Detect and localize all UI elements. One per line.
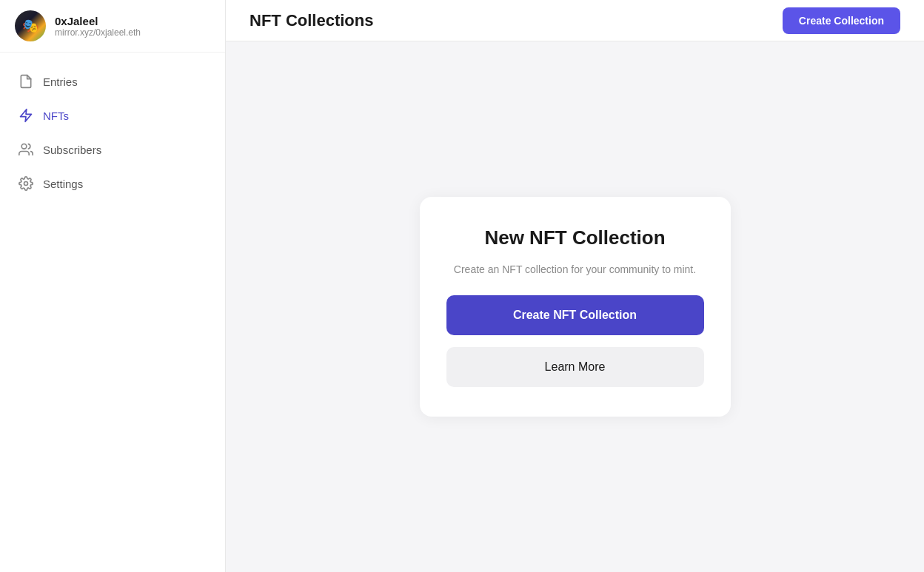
sidebar-nav: Entries NFTs Subscribers [0, 53, 225, 212]
sidebar-item-nfts-label: NFTs [43, 110, 69, 122]
sidebar-item-nfts[interactable]: NFTs [0, 98, 225, 132]
create-nft-collection-button[interactable]: Create NFT Collection [446, 295, 704, 335]
nft-icon [18, 107, 34, 124]
sidebar-item-entries[interactable]: Entries [0, 64, 225, 98]
main-content: NFT Collections Create Collection 律动 BLO… [226, 0, 924, 572]
profile-name: 0xJaleel [55, 15, 141, 27]
page-title: NFT Collections [250, 11, 373, 30]
sidebar-item-settings[interactable]: Settings [0, 166, 225, 201]
gear-icon [18, 175, 34, 192]
sidebar-item-subscribers[interactable]: Subscribers [0, 132, 225, 166]
profile-info: 0xJaleel mirror.xyz/0xjaleel.eth [55, 15, 141, 38]
people-icon [18, 141, 34, 158]
svg-point-2 [24, 182, 28, 186]
svg-marker-0 [21, 110, 32, 122]
card-title: New NFT Collection [484, 226, 665, 249]
profile-url: mirror.xyz/0xjaleel.eth [55, 27, 141, 38]
content-area: 律动 BLOCKBEATS New NFT Collection Create … [226, 41, 924, 572]
svg-point-1 [21, 144, 27, 149]
nft-info-card: New NFT Collection Create an NFT collect… [420, 197, 731, 417]
sidebar-item-subscribers-label: Subscribers [43, 144, 101, 156]
learn-more-button[interactable]: Learn More [446, 347, 704, 387]
avatar: 🎭 [15, 10, 46, 41]
sidebar-item-settings-label: Settings [43, 178, 83, 190]
topbar: NFT Collections Create Collection [226, 0, 924, 41]
sidebar-item-entries-label: Entries [43, 75, 78, 88]
sidebar: 🎭 0xJaleel mirror.xyz/0xjaleel.eth Entri… [0, 0, 226, 572]
document-icon [18, 73, 34, 90]
card-description: Create an NFT collection for your commun… [454, 261, 696, 277]
profile-section: 🎭 0xJaleel mirror.xyz/0xjaleel.eth [0, 0, 225, 53]
create-collection-button[interactable]: Create Collection [783, 7, 900, 34]
